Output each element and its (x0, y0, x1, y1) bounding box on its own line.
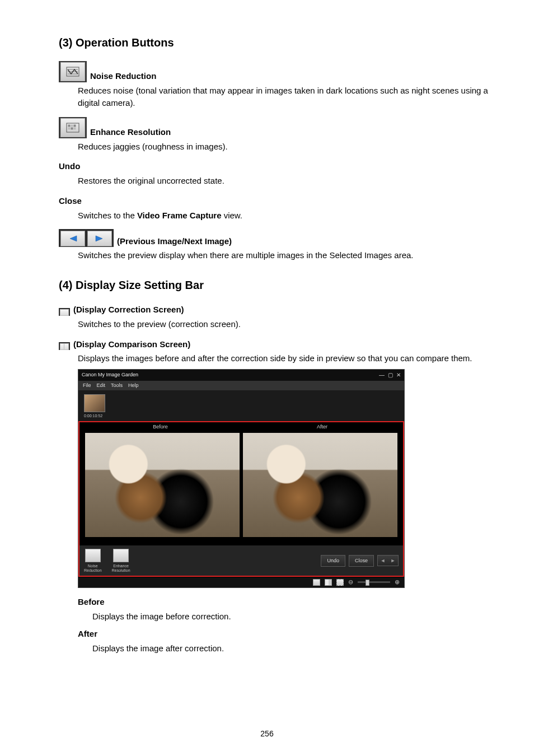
after-image (243, 433, 397, 537)
item-after: After Displays the image after correctio… (78, 628, 500, 655)
correction-screen-text: Switches to the preview (correction scre… (78, 318, 500, 330)
undo-text: Restores the original uncorrected state. (78, 175, 500, 187)
page-number: 256 (0, 728, 534, 739)
undo-button[interactable]: Undo (321, 555, 345, 567)
close-text-post: view. (222, 211, 243, 220)
item-before: Before Displays the image before correct… (78, 596, 500, 623)
maximize-icon[interactable]: ▢ (388, 371, 393, 380)
comparison-screen-icon (59, 342, 70, 350)
item-undo: Undo Restores the original uncorrected s… (59, 160, 500, 187)
op-enhance-resolution[interactable]: EnhanceResolution (112, 549, 130, 572)
menu-tools[interactable]: Tools (111, 382, 123, 389)
close-text-bold: Video Frame Capture (137, 211, 222, 220)
compare-label-before: Before (79, 423, 241, 431)
noise-reduction-glyph-icon (85, 549, 101, 562)
before-text: Displays the image before correction. (92, 610, 500, 623)
op-enhance-label: EnhanceResolution (112, 564, 130, 572)
item-comparison-screen: (Display Comparison Screen) Displays the… (59, 338, 500, 655)
section-3-heading: (3) Operation Buttons (59, 35, 500, 51)
zoom-out-icon[interactable]: ⊖ (348, 579, 353, 585)
close-text-pre: Switches to the (78, 211, 137, 220)
item-correction-screen: (Display Correction Screen) Switches to … (59, 304, 500, 330)
item-enhance-resolution: Enhance Resolution Reduces jaggies (roug… (59, 117, 500, 153)
close-button[interactable]: Close (349, 555, 374, 567)
video-thumbnail[interactable] (84, 394, 105, 412)
close-window-icon[interactable]: ✕ (396, 371, 401, 380)
svg-rect-7 (74, 127, 76, 129)
comparison-screen-text: Displays the images before and after the… (78, 352, 500, 365)
zoom-in-icon[interactable]: ⊕ (395, 579, 400, 585)
thumb-timestamp: 0:00:10:52 (84, 413, 399, 419)
comparison-screen-title: (Display Comparison Screen) (73, 338, 190, 351)
enhance-resolution-icon (59, 117, 87, 138)
undo-title: Undo (59, 160, 80, 172)
item-prev-next: (Previous Image/Next Image) Switches the… (59, 229, 500, 262)
enhance-resolution-title: Enhance Resolution (90, 126, 171, 138)
display-size-bar: ⊖ ⊕ (78, 577, 404, 587)
before-title: Before (78, 596, 105, 608)
app-menubar: File Edit Tools Help (78, 381, 404, 391)
next-mini-icon[interactable]: ► (388, 556, 398, 566)
enhance-resolution-text: Reduces jaggies (roughness in images). (78, 141, 500, 153)
after-title: After (78, 628, 97, 640)
section-4-heading: (4) Display Size Setting Bar (59, 277, 500, 293)
op-noise-reduction[interactable]: NoiseReduction (84, 549, 102, 572)
footer-comparison-icon[interactable] (325, 579, 332, 586)
app-titlebar: Canon My Image Garden — ▢ ✕ (78, 370, 404, 381)
svg-rect-2 (68, 124, 71, 127)
prev-image-icon (60, 231, 85, 246)
svg-rect-4 (74, 124, 76, 127)
footer-correction-icon[interactable] (313, 579, 320, 586)
prev-next-mini[interactable]: ◄ ► (377, 555, 399, 566)
prev-next-title: (Previous Image/Next Image) (117, 235, 232, 248)
close-title: Close (59, 195, 82, 207)
noise-reduction-icon (59, 61, 87, 82)
after-text: Displays the image after correction. (92, 642, 500, 655)
svg-rect-5 (68, 127, 71, 129)
operation-bar: NoiseReduction EnhanceResolution Undo Cl… (79, 545, 403, 576)
menu-file[interactable]: File (83, 382, 91, 389)
prev-next-icon (59, 229, 114, 247)
correction-screen-icon (59, 308, 70, 316)
thumbnail-strip: 0:00:10:52 (78, 391, 404, 421)
op-noise-label: NoiseReduction (84, 564, 102, 572)
close-text: Switches to the Video Frame Capture view… (78, 209, 500, 222)
item-noise-reduction: Noise Reduction Reduces noise (tonal var… (59, 61, 500, 109)
zoom-slider[interactable] (358, 581, 390, 583)
menu-help[interactable]: Help (128, 382, 139, 389)
compare-label-after: After (241, 423, 403, 431)
footer-fit-icon[interactable] (336, 579, 344, 586)
minimize-icon[interactable]: — (379, 371, 385, 380)
comparison-frame: Before After NoiseReduction (78, 421, 404, 577)
comparison-screenshot: Canon My Image Garden — ▢ ✕ File Edit To… (78, 369, 405, 588)
prev-next-text: Switches the preview display when there … (78, 249, 500, 262)
enhance-resolution-glyph-icon (113, 549, 129, 562)
prev-mini-icon[interactable]: ◄ (378, 556, 388, 566)
correction-screen-title: (Display Correction Screen) (73, 304, 184, 316)
svg-rect-6 (71, 127, 73, 129)
before-image (85, 433, 240, 537)
item-close: Close Switches to the Video Frame Captur… (59, 195, 500, 222)
svg-rect-3 (71, 124, 73, 127)
next-image-icon (87, 231, 112, 246)
app-title: Canon My Image Garden (82, 371, 138, 379)
menu-edit[interactable]: Edit (97, 382, 106, 389)
noise-reduction-text: Reduces noise (tonal variation that may … (78, 85, 500, 109)
noise-reduction-title: Noise Reduction (90, 70, 156, 82)
